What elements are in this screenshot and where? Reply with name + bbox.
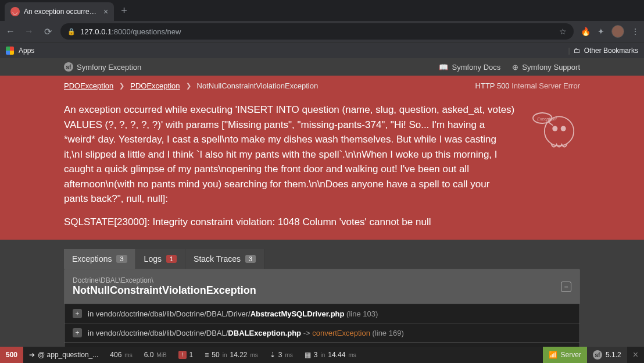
debug-toolbar: 500 ➔ @ app_question_... 406ms 6.0MiB ! … [0, 347, 644, 363]
star-icon[interactable]: ☆ [559, 27, 567, 36]
symfony-logo-icon: sf [593, 350, 602, 360]
page-content: sf Symfony Exception 📖 Symfony Docs ⊕ Sy… [0, 58, 644, 363]
route-name[interactable]: ➔ @ app_question_... [23, 347, 104, 363]
warning-icon: ! [178, 351, 187, 359]
close-toolbar-button[interactable]: × [627, 350, 644, 360]
server-info[interactable]: 📶 Server [543, 347, 587, 363]
exception-text: An exception occurred while executing 'I… [64, 102, 516, 229]
svg-text:Exception!: Exception! [537, 116, 557, 122]
badge: 3 [245, 255, 256, 263]
svg-point-2 [561, 126, 566, 131]
panel-header[interactable]: Doctrine\DBAL\Exception\ NotNullConstrai… [65, 269, 579, 304]
apps-icon[interactable] [6, 47, 14, 55]
exception-message: An exception occurred while executing 'I… [64, 95, 580, 240]
browser-tab[interactable]: ◡ An exception occurred while e × [5, 2, 114, 21]
request-time[interactable]: 406ms [104, 347, 138, 363]
trace-row[interactable]: +in vendor/doctrine/dbal/lib/Doctrine/DB… [65, 323, 579, 342]
other-bookmarks[interactable]: Other Bookmarks [584, 47, 638, 55]
tab-strip: ◡ An exception occurred while e × + [0, 0, 644, 21]
tab-title: An exception occurred while e [24, 8, 99, 16]
symfony-docs-link[interactable]: 📖 Symfony Docs [439, 63, 500, 72]
breadcrumb-item[interactable]: PDOException [64, 81, 113, 90]
symfony-version[interactable]: sf 5.1.2 [587, 347, 627, 363]
breadcrumb-item: NotNullConstraintViolationException [197, 81, 319, 90]
nav-bar: ← → ⟳ 🔒 127.0.0.1:8000/questions/new ☆ 🔥… [0, 21, 644, 42]
extensions-icon[interactable]: ✦ [598, 27, 604, 36]
folder-icon: 🗀 [574, 47, 581, 55]
breadcrumb: PDOException ❯ PDOException ❯ NotNullCon… [64, 76, 580, 95]
new-tab-button[interactable]: + [121, 5, 127, 17]
database-icon: ≡ [205, 351, 209, 359]
browser-chrome: ◡ An exception occurred while e × + ← → … [0, 0, 644, 58]
badge: 3 [116, 255, 127, 263]
tabs: Exceptions 3 Logs 1 Stack Traces 3 [0, 240, 644, 269]
status-code[interactable]: 500 [0, 347, 23, 363]
exception-class: NotNullConstraintViolationException [73, 284, 256, 297]
expand-icon[interactable]: + [73, 328, 82, 337]
menu-icon[interactable]: ⋮ [631, 27, 639, 36]
collapse-icon[interactable]: − [561, 282, 571, 292]
http-status: HTTP 500 Internal Server Error [475, 81, 580, 90]
signal-icon: 📶 [549, 351, 557, 359]
life-ring-icon: ⊕ [512, 63, 518, 72]
url-text: 127.0.0.1:8000/questions/new [80, 27, 181, 36]
avatar[interactable] [611, 25, 624, 38]
badge: 1 [166, 255, 177, 263]
apps-label[interactable]: Apps [19, 47, 34, 55]
breadcrumb-item[interactable]: PDOException [130, 81, 180, 90]
twig-render[interactable]: ▦ 3 in 14.44ms [299, 347, 362, 363]
svg-point-1 [552, 126, 557, 131]
error-banner: PDOException ❯ PDOException ❯ NotNullCon… [0, 76, 644, 240]
chevron-right-icon: ❯ [119, 82, 124, 90]
close-icon[interactable]: × [103, 7, 108, 16]
tab-exceptions[interactable]: Exceptions 3 [64, 249, 136, 269]
exception-namespace: Doctrine\DBAL\Exception\ [73, 276, 256, 284]
chevron-right-icon: ❯ [186, 82, 191, 90]
reload-button[interactable]: ⟳ [42, 26, 53, 37]
ghost-icon: Exception! [528, 102, 580, 155]
db-queries[interactable]: ≡ 50 in 14.22ms [199, 347, 264, 363]
trace-location: in vendor/doctrine/dbal/lib/Doctrine/DBA… [88, 309, 378, 318]
arrow-right-icon: ➔ [29, 351, 35, 359]
error-count[interactable]: ! 1 [173, 347, 199, 363]
book-icon: 📖 [439, 63, 448, 72]
symfony-logo-icon: sf [64, 62, 73, 72]
tab-logs[interactable]: Logs 1 [136, 249, 185, 269]
symfony-exception-label: sf Symfony Exception [64, 62, 141, 72]
bookmarks-bar: Apps | 🗀 Other Bookmarks [0, 42, 644, 58]
tab-stack-traces[interactable]: Stack Traces 3 [185, 249, 264, 269]
ajax-requests[interactable]: ⇣ 3ms [264, 347, 299, 363]
back-button[interactable]: ← [5, 26, 16, 37]
twig-icon: ▦ [305, 351, 311, 359]
fire-icon[interactable]: 🔥 [581, 27, 591, 36]
lock-icon: 🔒 [67, 28, 76, 35]
trace-row[interactable]: +in vendor/doctrine/dbal/lib/Doctrine/DB… [65, 304, 579, 323]
favicon-icon: ◡ [10, 7, 20, 16]
url-bar[interactable]: 🔒 127.0.0.1:8000/questions/new ☆ [60, 23, 574, 40]
forward-button[interactable]: → [23, 26, 35, 37]
ajax-icon: ⇣ [270, 351, 276, 359]
separator: | [568, 47, 570, 55]
symfony-support-link[interactable]: ⊕ Symfony Support [512, 63, 580, 72]
memory-usage[interactable]: 6.0MiB [138, 347, 173, 363]
page-header: sf Symfony Exception 📖 Symfony Docs ⊕ Sy… [0, 58, 644, 76]
trace-location: in vendor/doctrine/dbal/lib/Doctrine/DBA… [88, 329, 404, 337]
toolbar-icons: 🔥 ✦ ⋮ [581, 25, 639, 38]
expand-icon[interactable]: + [73, 309, 82, 318]
